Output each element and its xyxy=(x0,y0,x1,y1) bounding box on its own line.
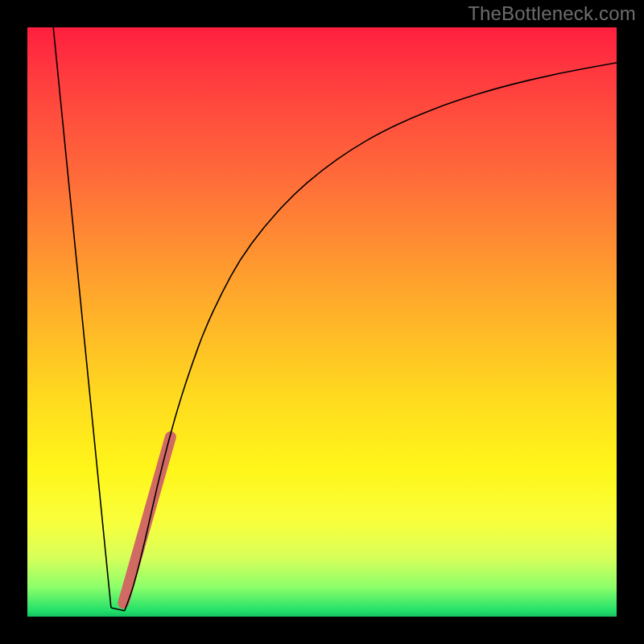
series-right-curve xyxy=(125,63,617,611)
watermark-text: TheBottleneck.com xyxy=(468,2,636,25)
series-left-descent xyxy=(53,27,111,608)
plot-area xyxy=(27,27,617,617)
chart-svg xyxy=(27,27,617,617)
chart-frame: TheBottleneck.com xyxy=(0,0,644,644)
